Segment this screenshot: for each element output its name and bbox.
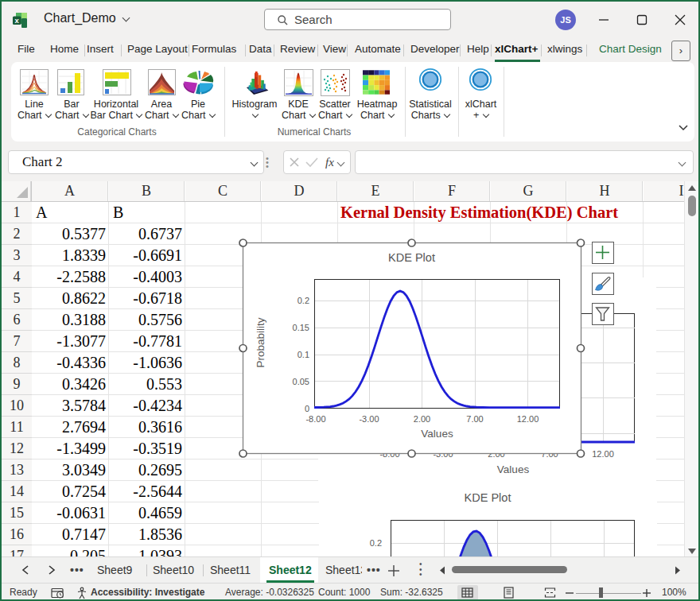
svg-text:12.00: 12.00 [517,414,539,424]
svg-text:-8.00: -8.00 [305,414,325,424]
svg-text:0.15: 0.15 [293,323,309,332]
svg-text:Probability: Probability [255,317,266,367]
svg-text:x: x [15,16,20,25]
svg-text:fx: fx [325,156,334,169]
svg-text:7.00: 7.00 [466,414,483,424]
svg-text:0.1: 0.1 [298,350,309,359]
svg-text:12.00: 12.00 [592,449,614,459]
svg-text:2.00: 2.00 [414,414,430,424]
svg-text:0.2: 0.2 [298,296,309,305]
svg-text:KDE Plot: KDE Plot [465,491,511,504]
svg-text:KDE Plot: KDE Plot [388,251,435,264]
svg-text:0: 0 [305,404,309,413]
svg-text:Values: Values [421,428,453,440]
svg-text:0.05: 0.05 [293,377,309,386]
svg-text:0.2: 0.2 [370,538,382,548]
svg-text:-3.00: -3.00 [359,414,379,424]
svg-text:Values: Values [497,463,530,475]
